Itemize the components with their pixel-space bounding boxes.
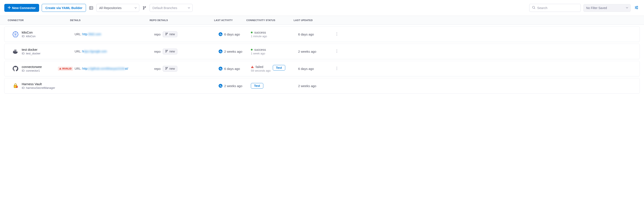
more-icon	[336, 67, 337, 71]
status-cell: failed 59 seconds ago Test	[251, 65, 298, 72]
activity-icon	[218, 67, 222, 70]
connector-id: ID: harnessSecretManager	[22, 86, 55, 90]
col-header-repo: REPO DETAILS	[150, 19, 214, 22]
repo-label: repo	[154, 67, 160, 70]
svg-point-3	[145, 6, 146, 7]
svg-point-1	[143, 6, 144, 7]
create-yaml-label: Create via YAML Builder	[45, 6, 82, 10]
status-cell: success 1 week ago	[251, 48, 298, 55]
warning-icon	[59, 67, 62, 70]
activity-text: 2 weeks ago	[224, 50, 242, 53]
updated-cell: 2 weeks ago	[298, 84, 332, 88]
connector-name: k8sCon	[22, 30, 36, 34]
branch-icon	[165, 50, 168, 53]
filter-select-label: No Filter Saved	[586, 6, 607, 10]
url-prefix: URL:	[74, 32, 82, 36]
connector-cell: connectorwee ID: connector1 INVALID	[12, 65, 74, 72]
create-yaml-button[interactable]: Create via YAML Builder	[42, 4, 86, 12]
status-text: success	[254, 30, 266, 34]
chevron-down-icon	[134, 6, 137, 10]
branch-icon	[142, 6, 147, 10]
activity-cell: 6 days ago	[218, 67, 251, 70]
updated-cell: 6 days ago	[298, 67, 332, 70]
branch-chip[interactable]: new	[163, 48, 177, 54]
connector-cell: Harness Vault ID: harnessSecretManager	[12, 82, 74, 90]
test-button[interactable]: Test	[251, 83, 263, 88]
row-menu-button[interactable]	[332, 67, 341, 71]
svg-point-6	[636, 7, 636, 8]
filter-settings-icon[interactable]	[633, 4, 640, 12]
activity-cell: 2 weeks ago	[218, 50, 251, 53]
table-row[interactable]: k8sCon ID: k8sCon URL: http://k82.com re…	[4, 26, 640, 42]
status-timestamp: 1 week ago	[251, 52, 266, 55]
row-menu-button[interactable]	[332, 32, 341, 36]
status-text: failed	[256, 65, 263, 68]
status-failed-icon	[251, 66, 254, 68]
branch-label: new	[170, 32, 175, 36]
search-input-wrap[interactable]	[529, 4, 581, 12]
url-link[interactable]: https://google.com	[82, 50, 107, 53]
kubernetes-icon	[12, 31, 19, 38]
svg-point-7	[637, 8, 638, 9]
url-link[interactable]: https://github.com/bhavya101/test/	[82, 67, 128, 70]
repo-cell: repo new	[154, 48, 218, 54]
status-cell: Test	[251, 83, 298, 88]
repository-select[interactable]: All Repositories	[96, 4, 139, 12]
plus-icon	[8, 6, 11, 10]
url-link[interactable]: http://k82.com	[82, 32, 101, 36]
activity-text: 2 weeks ago	[224, 84, 242, 88]
filter-select[interactable]: No Filter Saved	[584, 4, 631, 12]
status-text: success	[254, 48, 266, 52]
toolbar: New Connector Create via YAML Builder Al…	[0, 0, 644, 16]
invalid-badge: INVALID	[58, 67, 73, 71]
row-menu-button[interactable]	[332, 50, 341, 54]
test-button[interactable]: Test	[273, 65, 285, 70]
details-cell: URL: http://k82.com	[74, 32, 154, 36]
branch-select[interactable]: Default Branches	[150, 4, 192, 12]
branch-chip[interactable]: new	[163, 66, 177, 72]
updated-cell: 6 days ago	[298, 32, 332, 36]
activity-cell: 2 weeks ago	[218, 84, 251, 88]
connector-id: ID: test_docker	[22, 52, 40, 55]
branch-chip[interactable]: new	[163, 32, 177, 37]
col-header-connector: CONNECTOR	[8, 19, 70, 22]
docker-icon	[12, 48, 19, 54]
branch-icon	[165, 32, 168, 36]
chevron-down-icon	[626, 6, 628, 10]
branch-label: new	[170, 50, 175, 53]
table-body: k8sCon ID: k8sCon URL: http://k82.com re…	[0, 26, 644, 94]
details-cell: URL: https://google.com	[74, 50, 154, 53]
new-connector-button[interactable]: New Connector	[4, 4, 39, 12]
search-input[interactable]	[537, 6, 578, 10]
connector-name: connectorwee	[22, 65, 42, 68]
svg-point-5	[637, 6, 638, 7]
search-icon	[532, 6, 536, 10]
url-prefix: URL:	[74, 50, 82, 53]
vault-icon	[12, 82, 19, 89]
repository-select-label: All Repositories	[99, 6, 122, 10]
table-row[interactable]: test docker ID: test_docker URL: https:/…	[4, 44, 640, 59]
url-prefix: URL:	[74, 67, 82, 70]
repo-cell: repo new	[154, 66, 218, 72]
activity-icon	[218, 50, 222, 53]
branch-select-label: Default Branches	[152, 6, 177, 10]
connector-id: ID: connector1	[22, 69, 42, 72]
chevron-down-icon	[188, 6, 190, 10]
table-row[interactable]: connectorwee ID: connector1 INVALID URL:…	[4, 61, 640, 76]
col-header-updated: LAST UPDATED	[294, 19, 328, 22]
repo-label: repo	[154, 32, 160, 36]
details-cell: URL: https://github.com/bhavya101/test/	[74, 67, 154, 70]
table-header: CONNECTOR DETAILS REPO DETAILS LAST ACTI…	[0, 16, 644, 25]
activity-icon	[218, 84, 222, 88]
repo-icon	[88, 6, 94, 10]
col-header-details: DETAILS	[70, 19, 150, 22]
table-row[interactable]: Harness Vault ID: harnessSecretManager 2…	[4, 78, 640, 94]
updated-cell: 2 weeks ago	[298, 50, 332, 53]
status-cell: success 1 minute ago	[251, 30, 298, 38]
col-header-activity: LAST ACTIVITY	[214, 19, 246, 22]
branch-icon	[165, 67, 168, 70]
activity-cell: 6 days ago	[218, 32, 251, 36]
more-icon	[336, 32, 337, 36]
repo-label: repo	[154, 50, 160, 53]
connector-cell: test docker ID: test_docker	[12, 48, 74, 55]
